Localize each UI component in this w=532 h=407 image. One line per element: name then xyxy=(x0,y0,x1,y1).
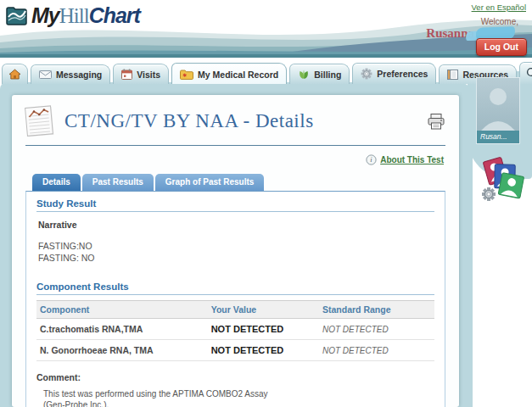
component-range: NOT DETECTED xyxy=(319,340,434,361)
comment-label: Comment: xyxy=(36,372,434,382)
folder-icon xyxy=(180,70,193,80)
narrative-label: Narrative xyxy=(38,220,434,230)
user-name: Rusanna xyxy=(426,26,474,41)
page-title-row: CT/NG/TV BY NAA - Details xyxy=(12,95,459,139)
gear-icon xyxy=(361,68,372,80)
header-banner: MyHillChart Ver en Español Welcome, Rusa… xyxy=(0,0,532,58)
plant-icon xyxy=(298,69,310,80)
app-logo[interactable]: MyHillChart xyxy=(5,3,140,28)
tab-messaging-label: Messaging xyxy=(56,70,102,80)
tab-visits-label: Visits xyxy=(137,70,160,80)
tab-billing[interactable]: Billing xyxy=(289,64,350,84)
app-title: MyHillChart xyxy=(31,3,140,28)
magnifier-icon xyxy=(526,67,532,80)
folder-chart-icon xyxy=(5,5,28,26)
welcome-label: Welcome, xyxy=(481,17,518,26)
result-tabs: Details Past Results Graph of Past Resul… xyxy=(32,174,459,191)
stacked-cards-gear-icon[interactable] xyxy=(479,155,527,203)
book-icon xyxy=(447,70,458,80)
component-value: NOT DETECTED xyxy=(208,319,319,340)
tab-graph-of-past-results[interactable]: Graph of Past Results xyxy=(155,174,264,191)
patient-photo-card[interactable]: Rusan... xyxy=(476,77,520,144)
main-nav-tabbar: Messaging Visits My Medical Record xyxy=(0,59,474,84)
main-content-container: CT/NG/TV BY NAA - Details i About This T… xyxy=(0,82,473,407)
tab-home[interactable] xyxy=(2,64,28,84)
tab-preferences-label: Preferences xyxy=(377,69,428,79)
content-panel: CT/NG/TV BY NAA - Details i About This T… xyxy=(12,95,459,407)
component-name: C.trachomatis RNA,TMA xyxy=(36,319,208,340)
table-header-row: Component Your Value Standard Range xyxy=(36,301,434,319)
tab-my-medical-record[interactable]: My Medical Record xyxy=(171,63,287,84)
component-range: NOT DETECTED xyxy=(319,319,434,340)
comment-paragraph: This test was performed using the APTIMA… xyxy=(43,388,272,407)
house-icon xyxy=(8,69,21,80)
column-header-your-value: Your Value xyxy=(208,301,319,319)
component-results-table: Component Your Value Standard Range C.tr… xyxy=(36,300,434,361)
component-value: NOT DETECTED xyxy=(208,340,319,361)
about-row: i About This Test xyxy=(12,146,459,167)
details-panel: Study Result Narrative FASTING:NO FASTIN… xyxy=(25,191,445,407)
tab-visits[interactable]: Visits xyxy=(113,64,169,84)
envelope-icon xyxy=(39,70,52,79)
study-result-heading: Study Result xyxy=(36,198,434,212)
tab-past-results[interactable]: Past Results xyxy=(82,174,154,191)
logout-button[interactable]: Log Out xyxy=(476,38,527,56)
about-this-test-link[interactable]: About This Test xyxy=(380,155,444,164)
notepad-chart-icon xyxy=(22,103,58,139)
language-toggle-link[interactable]: Ver en Español xyxy=(472,3,526,12)
patient-photo-caption: Rusan... xyxy=(477,131,519,143)
tab-billing-label: Billing xyxy=(314,70,341,80)
column-header-component: Component xyxy=(36,301,208,319)
tab-messaging[interactable]: Messaging xyxy=(31,64,110,84)
narrative-line: FASTING:NO xyxy=(38,241,434,253)
patient-photo xyxy=(477,78,519,131)
narrative-line: FASTING: NO xyxy=(38,253,434,265)
myhillchart-window: MyHillChart Ver en Español Welcome, Rusa… xyxy=(0,0,532,407)
info-icon: i xyxy=(366,154,377,165)
printer-icon[interactable] xyxy=(427,113,445,131)
table-row: N. Gonorrhoeae RNA, TMA NOT DETECTED NOT… xyxy=(36,340,434,361)
tab-search[interactable] xyxy=(519,62,532,84)
component-results-heading: Component Results xyxy=(36,282,434,295)
tab-preferences[interactable]: Preferences xyxy=(352,63,436,84)
table-row: C.trachomatis RNA,TMA NOT DETECTED NOT D… xyxy=(36,319,434,340)
column-header-standard-range: Standard Range xyxy=(319,301,434,319)
tab-my-medical-record-label: My Medical Record xyxy=(198,70,278,80)
tab-details[interactable]: Details xyxy=(32,174,81,191)
calendar-icon xyxy=(121,69,132,80)
page-title: CT/NG/TV BY NAA - Details xyxy=(64,110,314,132)
component-name: N. Gonorrhoeae RNA, TMA xyxy=(36,340,208,361)
person-silhouette-icon xyxy=(478,81,518,131)
